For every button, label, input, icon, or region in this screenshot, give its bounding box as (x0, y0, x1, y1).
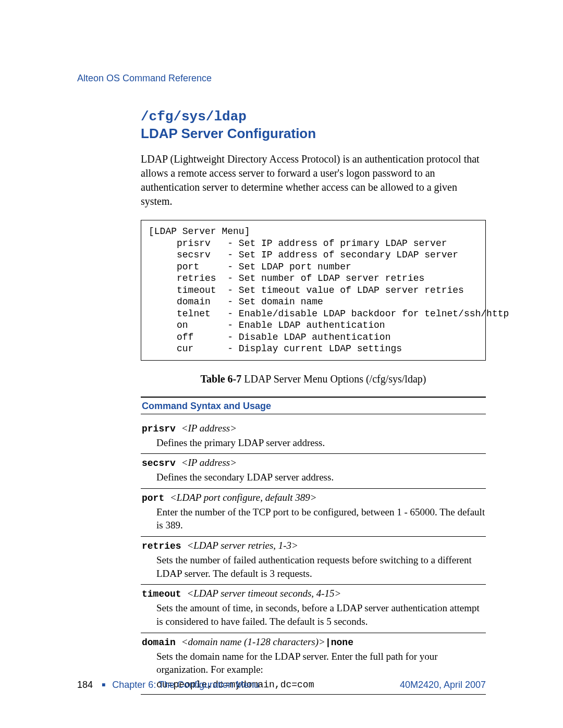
footer-right: 40M2420, April 2007 (400, 680, 486, 690)
table-label: Table 6-7 (201, 373, 242, 385)
command-entry: retries <LDAP server retries, 1-3> Sets … (141, 537, 486, 585)
running-head: Alteon OS Command Reference (77, 73, 486, 84)
command-desc: Sets the number of failed authentication… (156, 553, 486, 580)
footer-left: 184 ■ Chapter 6: The Configuration Menu (77, 680, 259, 690)
command-entry: secsrv <IP address> Defines the secondar… (141, 454, 486, 489)
page-number: 184 (77, 680, 93, 690)
command-name: port (142, 493, 170, 503)
menu-code-block: [LDAP Server Menu] prisrv - Set IP addre… (141, 220, 486, 361)
section-title: LDAP Server Configuration (141, 126, 486, 142)
command-arg: <LDAP server timeout seconds, 4-15> (187, 588, 341, 599)
command-desc: Enter the number of the TCP port to be c… (156, 505, 486, 532)
syntax-header: Command Syntax and Usage (141, 397, 486, 414)
command-name: timeout (142, 589, 187, 599)
command-entry: prisrv <IP address> Defines the primary … (141, 419, 486, 454)
command-desc: Sets the amount of time, in seconds, bef… (156, 601, 486, 628)
chapter-title: Chapter 6: The Configuration Menu (112, 680, 259, 690)
square-marker-icon: ■ (102, 681, 105, 688)
command-name: secsrv (142, 458, 181, 468)
command-arg: <LDAP port configure, default 389> (170, 492, 317, 503)
command-desc: Defines the secondary LDAP server addres… (156, 471, 486, 484)
main-content: /cfg/sys/ldap LDAP Server Configuration … (141, 109, 486, 695)
command-name: domain (142, 637, 181, 648)
command-name: retries (142, 541, 187, 551)
command-path: /cfg/sys/ldap (141, 109, 486, 125)
command-entry: timeout <LDAP server timeout seconds, 4-… (141, 585, 486, 633)
command-arg: <LDAP server retries, 1-3> (187, 540, 298, 551)
command-desc: Defines the primary LDAP server address. (156, 436, 486, 450)
intro-paragraph: LDAP (Lightweight Directory Access Proto… (141, 152, 486, 208)
page-footer: 184 ■ Chapter 6: The Configuration Menu … (77, 680, 486, 690)
command-arg: <domain name (1-128 characters)> (181, 636, 325, 647)
command-name: prisrv (142, 424, 181, 434)
command-entry: port <LDAP port configure, default 389> … (141, 489, 486, 537)
command-arg: <IP address> (181, 423, 237, 434)
command-arg: <IP address> (181, 457, 237, 468)
page: Alteon OS Command Reference /cfg/sys/lda… (0, 0, 563, 728)
table-caption-text: LDAP Server Menu Options (/cfg/sys/ldap) (241, 373, 426, 385)
command-option: none (331, 637, 353, 648)
table-caption: Table 6-7 LDAP Server Menu Options (/cfg… (141, 373, 486, 385)
command-desc: Sets the domain name for the LDAP server… (156, 650, 486, 676)
pipe-separator: | (325, 637, 331, 648)
